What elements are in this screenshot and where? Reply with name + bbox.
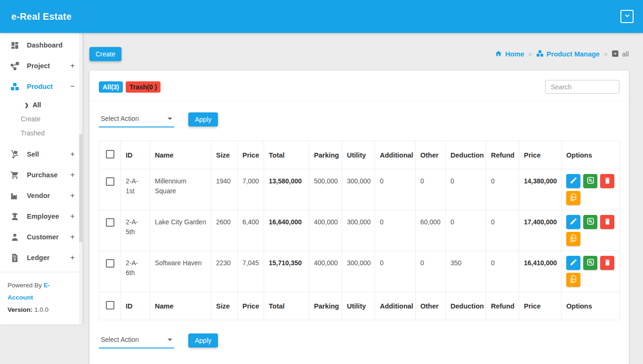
column-header-price: Price — [519, 141, 562, 169]
expand-sign: + — [70, 212, 75, 221]
sidebar-item-dashboard[interactable]: Dashboard — [0, 35, 82, 55]
cell-total: 16,640,000 — [264, 210, 309, 251]
bulk-action-row-bottom: Select Action Apply — [99, 332, 619, 348]
cell-id: 2-A-6th — [121, 251, 150, 292]
caret-down-icon — [168, 118, 172, 120]
scrollbar-thumb[interactable] — [79, 134, 82, 242]
expand-sign: + — [70, 170, 75, 180]
column-header-utility: Utility — [342, 292, 375, 320]
delete-button[interactable] — [600, 256, 614, 270]
cell-id: 2-A-1st — [121, 169, 150, 210]
sidebar-item-label: Dashboard — [27, 41, 63, 49]
dashboard-icon — [9, 41, 20, 50]
user-icon — [9, 233, 20, 242]
cell-refund: 0 — [486, 210, 519, 251]
sidebar-item-project[interactable]: Project + — [0, 55, 82, 76]
row-checkbox[interactable] — [106, 177, 114, 186]
search-input[interactable] — [545, 80, 619, 94]
apply-button[interactable]: Apply — [188, 333, 218, 348]
cell-options: PDF — [562, 210, 620, 251]
card-header: All(3) Trash(0 ) — [89, 71, 629, 101]
pencil-icon — [570, 258, 578, 268]
sidebar-item-customer[interactable]: Customer + — [0, 227, 82, 247]
view-button[interactable] — [583, 256, 597, 270]
cell-price: 6,400 — [238, 210, 264, 251]
expand-sign: + — [70, 232, 75, 242]
edit-button[interactable] — [566, 215, 580, 229]
cell-deduction: 350 — [446, 251, 486, 292]
submenu-label: Trashed — [21, 129, 45, 137]
pencil-icon — [570, 176, 578, 186]
column-header-options: Options — [562, 141, 620, 169]
app-title: e-Real Estate — [11, 11, 72, 22]
breadcrumb-separator: > — [604, 51, 608, 58]
pdf-button[interactable]: PDF — [566, 273, 580, 287]
sidebar-item-product[interactable]: Product − — [0, 76, 82, 97]
submenu-item-create[interactable]: Create — [0, 112, 82, 126]
select-all-checkbox[interactable] — [106, 150, 114, 158]
edit-button[interactable] — [566, 174, 580, 188]
column-header-refund: Refund — [486, 292, 519, 320]
cell-additional: 0 — [375, 251, 416, 292]
version-label: Version: — [8, 306, 32, 313]
breadcrumb: Home > Product Manage > all — [495, 50, 629, 59]
sidebar-item-purchase[interactable]: Purchase + — [0, 165, 82, 185]
delete-button[interactable] — [600, 174, 614, 188]
svg-text:PDF: PDF — [572, 196, 576, 198]
select-action-dropdown[interactable]: Select Action — [99, 332, 174, 348]
tab-trash[interactable]: Trash(0 ) — [126, 81, 161, 93]
cell-deduction: 0 — [446, 210, 486, 251]
column-header-total: Total — [264, 141, 309, 169]
delete-button[interactable] — [600, 215, 614, 229]
trash-icon — [603, 258, 611, 268]
pdf-button[interactable]: PDF — [566, 191, 580, 205]
employee-icon — [9, 212, 20, 221]
sidebar-item-label: Customer — [27, 233, 59, 241]
view-button[interactable] — [583, 174, 597, 188]
product-list-card: All(3) Trash(0 ) Select Action Apply — [89, 71, 629, 364]
breadcrumb-separator: > — [529, 51, 532, 58]
cell-name: Millennium Square — [150, 169, 211, 210]
cell-deduction: 0 — [446, 169, 486, 210]
row-checkbox[interactable] — [106, 218, 114, 227]
column-header-utility: Utility — [342, 141, 375, 169]
pencil-icon — [570, 217, 578, 227]
submenu-item-trashed[interactable]: Trashed — [0, 126, 82, 140]
column-header-parking: Parking — [309, 292, 342, 320]
sidebar-item-ledger[interactable]: $ Ledger + — [0, 247, 82, 268]
sidebar-item-vendor[interactable]: Vendor + — [0, 185, 82, 206]
expand-sign: + — [70, 61, 75, 71]
row-checkbox[interactable] — [106, 259, 114, 268]
cell-refund: 0 — [486, 169, 519, 210]
apply-button[interactable]: Apply — [188, 112, 218, 127]
pdf-button[interactable]: PDF — [566, 232, 580, 246]
header-dropdown-button[interactable] — [620, 10, 634, 23]
cell-additional: 0 — [375, 169, 416, 210]
sidebar-item-label: Ledger — [27, 254, 49, 261]
svg-text:PDF: PDF — [572, 237, 576, 239]
create-button[interactable]: Create — [89, 47, 121, 61]
cell-size: 1940 — [211, 169, 238, 210]
column-header-name: Name — [150, 292, 211, 320]
sidebar-item-label: Purchase — [27, 171, 57, 179]
sidebar-item-sell[interactable]: Sell + — [0, 144, 82, 165]
sidebar-item-employee[interactable]: Employee + — [0, 206, 82, 227]
breadcrumb-home[interactable]: Home — [495, 50, 524, 59]
breadcrumb-product-manage[interactable]: Product Manage — [536, 50, 600, 59]
edit-button[interactable] — [566, 256, 580, 270]
row-options: PDF — [566, 215, 615, 246]
tab-all[interactable]: All(3) — [99, 81, 123, 93]
ledger-file-dollar-icon: $ — [9, 253, 20, 262]
svg-text:$: $ — [14, 258, 16, 261]
bulk-action-row-top: Select Action Apply — [99, 111, 619, 127]
cell-price: 7,045 — [238, 251, 264, 292]
expand-sign: + — [70, 191, 75, 200]
column-header-parking: Parking — [309, 141, 342, 169]
cell-total: 13,580,000 — [264, 169, 309, 210]
select-action-dropdown[interactable]: Select Action — [99, 111, 174, 127]
submenu-item-all[interactable]: ❯ All — [0, 98, 82, 112]
select-all-checkbox-footer[interactable] — [106, 301, 114, 309]
cell-price2: 17,400,000 — [519, 210, 562, 251]
sidebar-scrollbar[interactable] — [79, 33, 82, 324]
view-button[interactable] — [583, 215, 597, 229]
